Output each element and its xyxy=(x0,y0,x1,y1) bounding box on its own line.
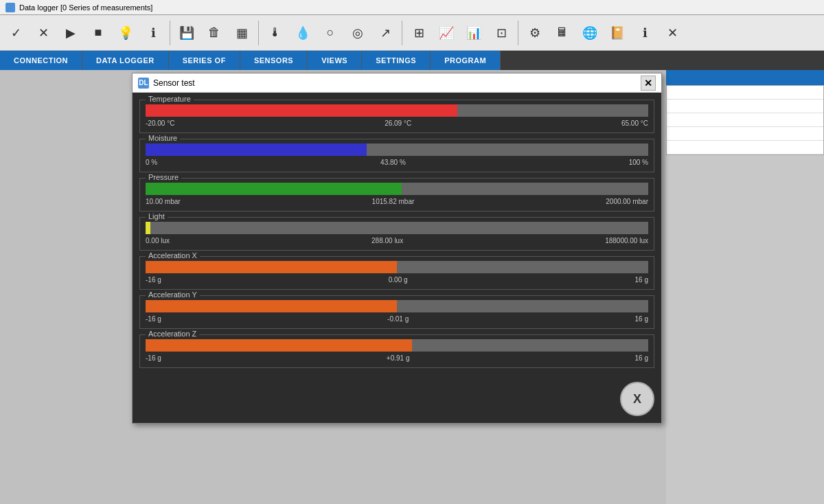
sensor-bar-track-4 xyxy=(146,261,648,273)
grid-icon[interactable]: ▦ xyxy=(229,19,255,47)
light-icon[interactable]: 💡 xyxy=(113,19,139,47)
sensor-bar-track-0 xyxy=(146,104,648,117)
sensor-label-6: Acceleration Z xyxy=(146,330,199,338)
sensor-label-5: Acceleration Y xyxy=(146,290,200,299)
sensor-min-4: -16 g xyxy=(146,276,161,284)
sensor-current-6: +0.91 g xyxy=(387,354,410,362)
settings-icon[interactable]: ⚙ xyxy=(522,19,548,47)
dialog-title-left: DL Sensor test xyxy=(138,78,195,89)
info2-icon[interactable]: ℹ xyxy=(632,19,658,47)
nav-bar: CONNECTIONDATA LOGGERSERIES OFSENSORSVIE… xyxy=(0,51,824,70)
nav-views[interactable]: VIEWS xyxy=(308,51,362,70)
sensor-group-moisture: Moisture0 %43.80 %100 % xyxy=(139,139,654,172)
dialog-title: Sensor test xyxy=(153,78,195,88)
cancel-icon[interactable]: ✕ xyxy=(30,19,56,47)
close2-icon[interactable]: ✕ xyxy=(659,19,685,47)
sensor-label-4: Acceleration X xyxy=(146,251,200,260)
book-icon[interactable]: 📔 xyxy=(604,19,630,47)
app-icon xyxy=(5,3,15,12)
sensor-label-3: Light xyxy=(146,212,168,220)
app-title: Data logger [0 Series of measurements] xyxy=(19,3,152,12)
thermometer-icon[interactable]: 🌡 xyxy=(262,19,288,47)
delete-icon[interactable]: 🗑 xyxy=(201,19,227,47)
sensor-max-4: 16 g xyxy=(635,276,648,284)
calculator-icon[interactable]: 🖩 xyxy=(549,19,575,47)
sensor-current-4: 0.00 g xyxy=(389,276,408,284)
right-panel-row xyxy=(667,100,823,113)
dialog-close-button[interactable]: ✕ xyxy=(641,76,656,91)
sensor-current-0: 26.09 °C xyxy=(385,119,411,127)
barchart-icon[interactable]: 📊 xyxy=(461,19,487,47)
right-panel-rows xyxy=(666,85,824,155)
chart-icon[interactable]: ↗ xyxy=(372,19,398,47)
toolbar-separator xyxy=(518,21,518,45)
sensor-label-2: Pressure xyxy=(146,173,181,181)
sensor-bar-fill-1 xyxy=(146,144,367,156)
sensor-label-1: Moisture xyxy=(146,134,180,142)
sensor-values-0: -20.00 °C26.09 °C65.00 °C xyxy=(146,119,648,127)
sensor-min-6: -16 g xyxy=(146,354,161,362)
nav-program[interactable]: PROGRAM xyxy=(431,51,501,70)
right-panel-row xyxy=(667,86,823,100)
bulb-icon[interactable]: ○ xyxy=(317,19,343,47)
sensor-min-1: 0 % xyxy=(146,159,157,166)
dialog-content: Temperature-20.00 °C26.09 °C65.00 °CMois… xyxy=(133,93,661,375)
sensor-group-acceleration-y: Acceleration Y-16 g-0.01 g16 g xyxy=(139,295,654,329)
sensor-values-4: -16 g0.00 g16 g xyxy=(146,276,648,284)
nav-data-logger[interactable]: DATA LOGGER xyxy=(82,51,169,70)
sensor-values-2: 10.00 mbar1015.82 mbar2000.00 mbar xyxy=(146,198,648,205)
sensor-test-dialog: DL Sensor test ✕ Temperature-20.00 °C26.… xyxy=(132,73,662,424)
sensor-bar-track-5 xyxy=(146,300,648,312)
info-icon[interactable]: ℹ xyxy=(140,19,166,47)
sensor-max-5: 16 g xyxy=(635,315,648,323)
sensor-values-6: -16 g+0.91 g16 g xyxy=(146,354,648,362)
sensor-bar-fill-5 xyxy=(146,300,397,312)
scatter-icon[interactable]: ⊡ xyxy=(488,19,514,47)
sensor-bar-track-1 xyxy=(146,144,648,156)
sensor-bar-fill-2 xyxy=(146,183,402,195)
sensor-group-acceleration-x: Acceleration X-16 g0.00 g16 g xyxy=(139,256,654,290)
dialog-x-close-button[interactable]: X xyxy=(620,382,654,416)
sensor-bar-track-6 xyxy=(146,339,648,352)
right-panel-header xyxy=(666,70,824,85)
linechart-icon[interactable]: 📈 xyxy=(433,19,459,47)
right-panel-row xyxy=(667,127,823,141)
sensor-values-5: -16 g-0.01 g16 g xyxy=(146,315,648,323)
sensor-current-5: -0.01 g xyxy=(387,315,409,323)
drop-icon[interactable]: 💧 xyxy=(290,19,316,47)
play-icon[interactable]: ▶ xyxy=(58,19,84,47)
nav-series-of[interactable]: SERIES OF xyxy=(169,51,240,70)
toolbar-separator xyxy=(402,21,402,45)
right-panel-row xyxy=(667,141,823,154)
dialog-bottom: X xyxy=(133,375,661,423)
sensor-current-1: 43.80 % xyxy=(380,159,406,166)
sensor-bar-fill-3 xyxy=(146,222,150,234)
sensor-bar-track-3 xyxy=(146,222,648,234)
dialog-title-bar: DL Sensor test ✕ xyxy=(133,73,661,93)
globe-icon[interactable]: 🌐 xyxy=(577,19,603,47)
main-area: DL Sensor test ✕ Temperature-20.00 °C26.… xyxy=(0,70,824,504)
sensor-max-6: 16 g xyxy=(635,354,648,362)
dialog-icon: DL xyxy=(138,78,149,89)
sensor-min-0: -20.00 °C xyxy=(146,119,174,127)
stop-icon[interactable]: ■ xyxy=(85,19,111,47)
sensor-label-0: Temperature xyxy=(146,95,194,103)
check-icon[interactable]: ✓ xyxy=(3,19,29,47)
sensor-max-2: 2000.00 mbar xyxy=(606,198,648,205)
sensor-min-3: 0.00 lux xyxy=(146,237,170,244)
nav-sensors[interactable]: SENSORS xyxy=(240,51,308,70)
sensor-max-3: 188000.00 lux xyxy=(605,237,648,244)
sensor-min-5: -16 g xyxy=(146,315,161,323)
sensor-group-pressure: Pressure10.00 mbar1015.82 mbar2000.00 mb… xyxy=(139,178,654,211)
nav-connection[interactable]: CONNECTION xyxy=(0,51,82,70)
sensor-values-1: 0 %43.80 %100 % xyxy=(146,159,648,166)
sensor-bar-fill-6 xyxy=(146,339,412,352)
sensor-current-2: 1015.82 mbar xyxy=(372,198,415,205)
save-icon[interactable]: 💾 xyxy=(174,19,200,47)
table-icon[interactable]: ⊞ xyxy=(406,19,432,47)
toolbar: ✓✕▶■💡ℹ💾🗑▦🌡💧○◎↗⊞📈📊⊡⚙🖩🌐📔ℹ✕ xyxy=(0,15,824,51)
gauge-icon[interactable]: ◎ xyxy=(345,19,371,47)
sensor-bar-fill-0 xyxy=(146,104,457,117)
nav-settings[interactable]: SETTINGS xyxy=(362,51,431,70)
sensor-current-3: 288.00 lux xyxy=(371,237,403,244)
